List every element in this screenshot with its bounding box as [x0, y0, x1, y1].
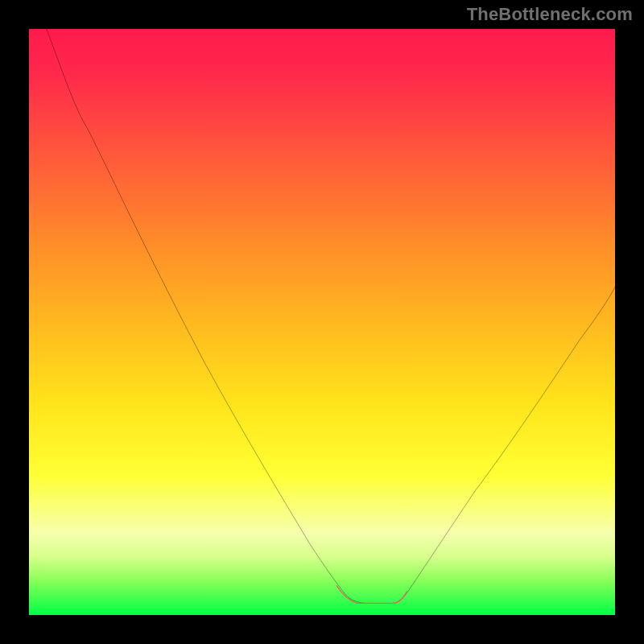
highlight-segment — [336, 586, 407, 604]
chart-frame: TheBottleneck.com — [0, 0, 644, 644]
plot-area — [29, 29, 615, 615]
main-curve — [47, 29, 615, 603]
watermark-text: TheBottleneck.com — [467, 4, 633, 25]
curve-svg — [29, 29, 615, 615]
